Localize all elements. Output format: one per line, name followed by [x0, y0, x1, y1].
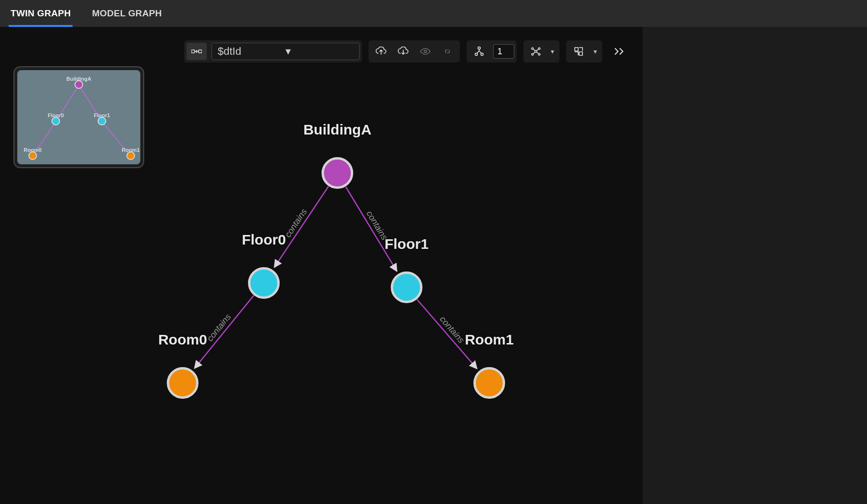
- svg-point-5: [478, 47, 481, 49]
- hierarchy-icon[interactable]: [469, 43, 489, 60]
- node-circle: [391, 271, 422, 303]
- cloud-download-icon[interactable]: [393, 43, 413, 60]
- tab-twin-graph[interactable]: TWIN GRAPH: [11, 0, 71, 27]
- graph-node[interactable]: Room0: [167, 367, 198, 399]
- network-layout-icon[interactable]: [526, 43, 546, 60]
- svg-point-4: [424, 50, 427, 53]
- graph-node[interactable]: Floor0: [248, 267, 280, 299]
- link-icon: [437, 43, 458, 60]
- node-label: Room0: [158, 332, 207, 348]
- tab-label: MODEL GRAPH: [92, 8, 161, 19]
- tab-model-graph[interactable]: MODEL GRAPH: [92, 0, 161, 27]
- node-label: Floor1: [384, 236, 429, 252]
- minimap-node: [28, 151, 37, 160]
- svg-point-8: [535, 50, 537, 53]
- node-label: Floor0: [242, 232, 286, 248]
- hierarchy-group: [467, 40, 517, 62]
- layout-mode-group: ▾: [523, 40, 559, 62]
- import-export-group: [369, 40, 460, 62]
- display-field-toggle-icon[interactable]: [186, 43, 207, 60]
- layout-grid-group: ▾: [566, 40, 602, 62]
- minimap-node: [126, 151, 135, 160]
- node-label: Room1: [465, 332, 514, 348]
- hierarchy-depth-input[interactable]: [493, 44, 514, 59]
- minimap-viewport[interactable]: BuildingAFloor0Floor1Room0Room1: [17, 70, 140, 164]
- cloud-upload-icon[interactable]: [371, 43, 391, 60]
- minimap-node: [51, 117, 60, 125]
- graph-node[interactable]: BuildingA: [322, 157, 353, 189]
- node-circle: [473, 367, 505, 399]
- chevron-down-icon[interactable]: ▾: [548, 48, 557, 55]
- minimap-node: [74, 80, 83, 89]
- toolbar: $dtId ▾ ▾ ▾: [184, 40, 629, 62]
- right-panel: [643, 0, 867, 504]
- node-circle: [248, 267, 280, 299]
- display-field-select[interactable]: $dtId ▾: [211, 43, 359, 60]
- grid-layout-icon[interactable]: [569, 43, 589, 60]
- svg-rect-1: [198, 50, 202, 53]
- graph-canvas[interactable]: BuildingAFloor0Floor1Room0Room1 contains…: [0, 27, 643, 504]
- minimap-node: [98, 117, 106, 125]
- graph-node[interactable]: Room1: [473, 367, 505, 399]
- display-field-group: $dtId ▾: [184, 40, 362, 62]
- tab-bar: TWIN GRAPH MODEL GRAPH: [0, 0, 867, 27]
- svg-rect-0: [191, 50, 195, 53]
- node-label: BuildingA: [303, 122, 372, 138]
- node-circle: [322, 157, 353, 189]
- graph-node[interactable]: Floor1: [391, 271, 422, 303]
- eye-icon: [415, 43, 435, 60]
- chevron-down-icon: ▾: [285, 45, 353, 58]
- tab-label: TWIN GRAPH: [11, 8, 71, 19]
- display-field-value: $dtId: [218, 45, 285, 58]
- chevron-down-icon[interactable]: ▾: [591, 48, 600, 55]
- minimap[interactable]: BuildingAFloor0Floor1Room0Room1: [13, 66, 144, 168]
- node-circle: [167, 367, 198, 399]
- overflow-icon[interactable]: [609, 43, 629, 60]
